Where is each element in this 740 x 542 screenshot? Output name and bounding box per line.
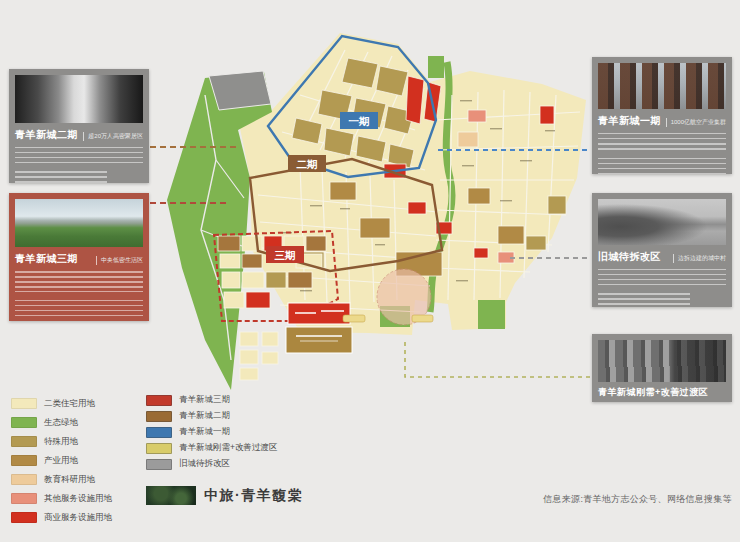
legend-label: 其他服务设施用地 xyxy=(44,493,112,505)
card-body-text xyxy=(598,293,690,307)
legend-swatch xyxy=(146,443,172,454)
card-badge: 1000亿航空产业集群 xyxy=(666,118,726,127)
legend-swatch xyxy=(146,411,172,422)
card-title: 青羊新城二期 xyxy=(15,128,78,142)
legend-item: 青羊新城一期 xyxy=(146,424,277,440)
card-phase3: 青羊新城三期 中央低密生活区 xyxy=(9,193,149,321)
card-phase2: 青羊新城二期 超20万人高密聚居区 xyxy=(9,69,149,183)
legend-item: 青羊新城二期 xyxy=(146,408,277,424)
transition-photo xyxy=(598,340,726,382)
card-body-text xyxy=(598,158,726,174)
phase1-label: 一期 xyxy=(349,115,370,127)
card-body-text xyxy=(15,147,143,167)
poster-stage: 一期 二期 三期 青羊新城二期 超20万人高密聚居区 青羊新城三期 中央低密生活… xyxy=(0,0,740,542)
card-transition: 青羊新城刚需+改善过渡区 xyxy=(592,334,732,402)
legend-label: 二类住宅用地 xyxy=(44,398,95,410)
legend-label: 青羊新城刚需+改善过渡区 xyxy=(179,442,277,454)
card-phase1: 青羊新城一期 1000亿航空产业集群 xyxy=(592,57,732,174)
card-title: 青羊新城三期 xyxy=(15,252,78,266)
legend-label: 教育科研用地 xyxy=(44,474,95,486)
card-oldtown: 旧城待拆改区 边拆边建的城中村 xyxy=(592,193,732,307)
legend-item: 其他服务设施用地 xyxy=(11,489,112,508)
legend-item: 旧城待拆改区 xyxy=(146,456,277,472)
logo-image xyxy=(146,486,196,505)
card-body-text xyxy=(15,271,143,295)
legend-swatch xyxy=(11,474,37,485)
legend-item: 教育科研用地 xyxy=(11,470,112,489)
card-badge: 中央低密生活区 xyxy=(96,256,143,265)
card-body-text xyxy=(598,269,726,289)
legend-swatch xyxy=(11,417,37,428)
card-title: 旧城待拆改区 xyxy=(598,250,661,264)
legend-swatch xyxy=(146,427,172,438)
phase2-photo xyxy=(15,75,143,123)
legend-swatch xyxy=(11,455,37,466)
phase3-label: 三期 xyxy=(275,249,296,261)
legend-item: 青羊新城刚需+改善过渡区 xyxy=(146,440,277,456)
legend-item: 青羊新城三期 xyxy=(146,392,277,408)
legend-swatch xyxy=(11,512,37,523)
card-badge: 超20万人高密聚居区 xyxy=(83,132,143,141)
connector-transition xyxy=(405,342,592,377)
legend-land-use: 二类住宅用地生态绿地特殊用地产业用地教育科研用地其他服务设施用地商业服务设施用地 xyxy=(11,394,112,527)
oldtown-photo xyxy=(598,199,726,245)
card-title: 青羊新城一期 xyxy=(598,114,661,128)
legend-label: 青羊新城二期 xyxy=(179,410,230,422)
source-note: 信息来源:青羊地方志公众号、网络信息搜集等 xyxy=(543,493,732,506)
legend-label: 特殊用地 xyxy=(44,436,78,448)
legend-swatch xyxy=(146,395,172,406)
card-body-text xyxy=(598,133,726,153)
legend-label: 商业服务设施用地 xyxy=(44,512,112,524)
legend-item: 二类住宅用地 xyxy=(11,394,112,413)
legend-swatch xyxy=(11,398,37,409)
phase3-photo xyxy=(15,199,143,247)
legend-zones: 青羊新城三期青羊新城二期青羊新城一期青羊新城刚需+改善过渡区旧城待拆改区 xyxy=(146,392,277,472)
legend-item: 商业服务设施用地 xyxy=(11,508,112,527)
legend-label: 产业用地 xyxy=(44,455,78,467)
map-gray-parcel xyxy=(209,71,271,110)
legend-label: 旧城待拆改区 xyxy=(179,458,230,470)
legend-label: 青羊新城三期 xyxy=(179,394,230,406)
card-body-text xyxy=(15,171,107,183)
legend-label: 生态绿地 xyxy=(44,417,78,429)
legend-swatch xyxy=(146,459,172,470)
card-badge: 边拆边建的城中村 xyxy=(673,254,726,263)
card-title: 青羊新城刚需+改善过渡区 xyxy=(598,386,708,399)
legend-item: 产业用地 xyxy=(11,451,112,470)
card-body-text xyxy=(15,300,143,318)
phase1-photo xyxy=(598,63,726,109)
legend-label: 青羊新城一期 xyxy=(179,426,230,438)
legend-swatch xyxy=(11,436,37,447)
legend-item: 特殊用地 xyxy=(11,432,112,451)
phase2-label: 二期 xyxy=(297,158,318,170)
legend-swatch xyxy=(11,493,37,504)
logo-text: 中旅·青羊馥棠 xyxy=(204,486,303,505)
legend-item: 生态绿地 xyxy=(11,413,112,432)
